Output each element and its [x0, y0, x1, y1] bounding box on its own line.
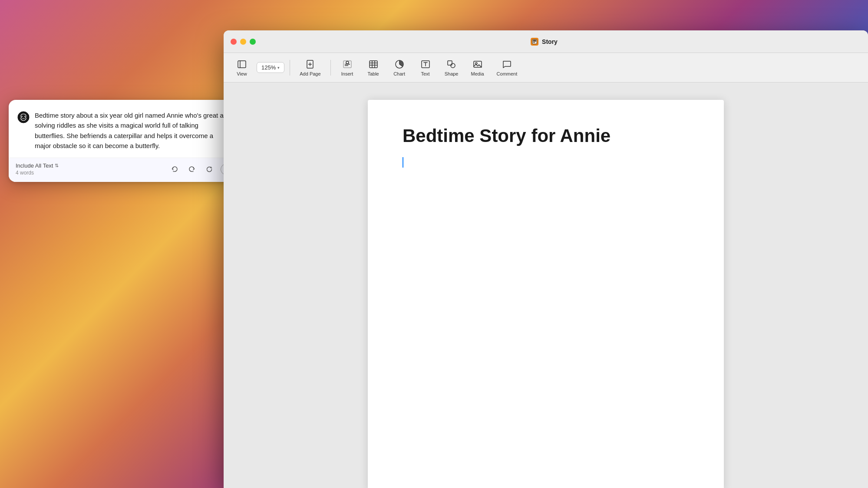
media-icon	[472, 59, 483, 69]
minimize-button[interactable]	[240, 39, 246, 45]
redo-button[interactable]	[186, 163, 198, 175]
window-title: Story	[542, 38, 558, 45]
view-toolbar-item[interactable]: View	[231, 56, 253, 79]
cursor-line	[403, 156, 689, 168]
shape-label: Shape	[445, 71, 459, 76]
comment-icon	[502, 59, 512, 69]
svg-point-12	[346, 61, 349, 64]
ai-footer-left: Include All Text ⇅ 4 words	[16, 162, 59, 176]
ai-footer-right: +	[168, 163, 232, 175]
svg-point-23	[451, 63, 455, 68]
view-label: View	[237, 71, 247, 76]
insert-toolbar-item[interactable]: Insert	[336, 56, 359, 79]
document-page: Bedtime Story for Annie	[368, 100, 724, 488]
add-page-icon	[305, 59, 315, 69]
window-controls	[231, 39, 256, 45]
svg-rect-5	[533, 41, 536, 42]
titlebar-center: Story	[531, 38, 561, 46]
media-toolbar-item[interactable]: Media	[466, 56, 489, 79]
table-icon	[368, 59, 379, 69]
view-icon	[237, 59, 247, 69]
chart-toolbar-item[interactable]: Chart	[388, 56, 411, 79]
chatgpt-icon	[17, 111, 30, 123]
chart-label: Chart	[393, 71, 405, 76]
svg-rect-7	[238, 61, 246, 68]
document-title: Bedtime Story for Annie	[403, 126, 689, 146]
ai-message: Bedtime story about a six year old girl …	[17, 110, 230, 151]
maximize-button[interactable]	[250, 39, 256, 45]
zoom-chevron-icon: ▾	[277, 66, 280, 70]
pages-app-icon	[531, 38, 538, 46]
text-cursor	[403, 157, 403, 168]
toolbar: View 125% ▾ Add Page	[224, 53, 868, 82]
text-icon	[420, 59, 431, 69]
ai-footer: Include All Text ⇅ 4 words	[9, 158, 239, 182]
shape-toolbar-item[interactable]: Shape	[440, 56, 463, 79]
word-count: 4 words	[16, 170, 59, 176]
comment-toolbar-item[interactable]: Comment	[492, 56, 522, 79]
zoom-value: 125%	[261, 64, 276, 71]
add-page-label: Add Page	[300, 71, 320, 76]
ai-chat-area: Bedtime story about a six year old girl …	[9, 100, 239, 158]
pages-window: Story View 125% ▾	[224, 30, 868, 488]
refresh-button[interactable]	[203, 163, 215, 175]
svg-point-1	[22, 116, 23, 117]
svg-point-0	[18, 112, 29, 123]
ai-popup: Bedtime story about a six year old girl …	[9, 100, 239, 182]
svg-rect-6	[533, 42, 535, 43]
include-arrows-icon: ⇅	[55, 163, 59, 168]
shape-icon	[446, 59, 457, 69]
insert-label: Insert	[341, 71, 353, 76]
ai-message-text: Bedtime story about a six year old girl …	[35, 110, 230, 151]
undo-button[interactable]	[168, 163, 181, 175]
media-label: Media	[471, 71, 484, 76]
text-label: Text	[421, 71, 429, 76]
comment-label: Comment	[497, 71, 518, 76]
insert-icon	[342, 59, 353, 69]
toolbar-divider-1	[290, 60, 290, 76]
svg-rect-4	[533, 40, 536, 40]
svg-rect-14	[370, 61, 377, 68]
zoom-button[interactable]: 125% ▾	[257, 62, 284, 73]
table-toolbar-item[interactable]: Table	[362, 56, 385, 79]
svg-point-2	[24, 116, 25, 117]
text-toolbar-item[interactable]: Text	[414, 56, 437, 79]
document-area: Bedtime Story for Annie	[224, 82, 868, 488]
add-page-toolbar-item[interactable]: Add Page	[295, 56, 325, 79]
toolbar-divider-2	[330, 60, 331, 76]
table-label: Table	[367, 71, 379, 76]
titlebar: Story	[224, 30, 868, 53]
include-all-text-button[interactable]: Include All Text ⇅	[16, 162, 59, 169]
close-button[interactable]	[231, 39, 237, 45]
chart-icon	[394, 59, 405, 69]
